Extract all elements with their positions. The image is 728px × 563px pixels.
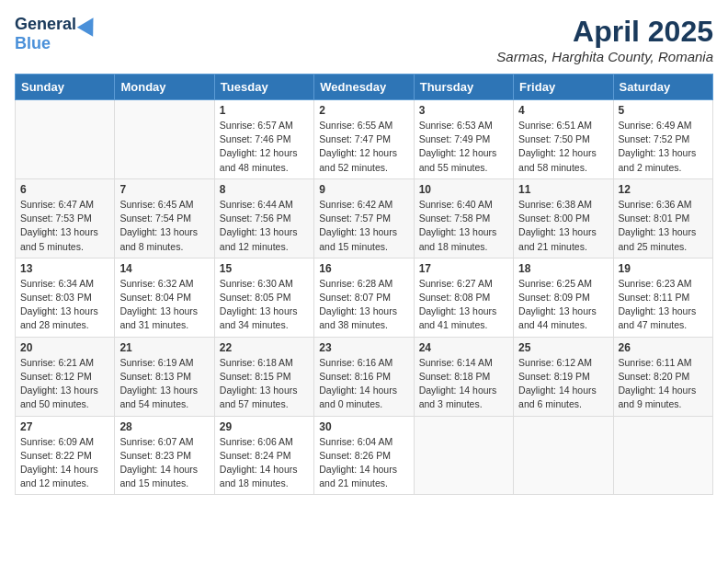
weekday-header-sunday: Sunday	[16, 75, 115, 100]
calendar-cell: 19Sunrise: 6:23 AMSunset: 8:11 PMDayligh…	[613, 258, 712, 337]
day-number: 12	[619, 183, 708, 196]
calendar-cell: 30Sunrise: 6:04 AMSunset: 8:26 PMDayligh…	[314, 416, 414, 495]
day-detail: Sunrise: 6:57 AMSunset: 7:46 PMDaylight:…	[220, 119, 309, 175]
day-detail: Sunrise: 6:38 AMSunset: 8:00 PMDaylight:…	[518, 198, 608, 254]
day-number: 9	[319, 183, 408, 196]
calendar-cell: 10Sunrise: 6:40 AMSunset: 7:58 PMDayligh…	[414, 178, 513, 258]
day-detail: Sunrise: 6:42 AMSunset: 7:57 PMDaylight:…	[319, 198, 408, 254]
calendar-cell: 2Sunrise: 6:55 AMSunset: 7:47 PMDaylight…	[314, 100, 414, 179]
day-detail: Sunrise: 6:25 AMSunset: 8:09 PMDaylight:…	[518, 277, 608, 333]
calendar-cell: 17Sunrise: 6:27 AMSunset: 8:08 PMDayligh…	[414, 258, 513, 337]
day-number: 6	[20, 183, 109, 196]
day-number: 22	[220, 341, 309, 354]
day-number: 4	[518, 104, 608, 117]
day-number: 20	[20, 341, 109, 354]
calendar-cell: 27Sunrise: 6:09 AMSunset: 8:22 PMDayligh…	[16, 416, 115, 495]
day-detail: Sunrise: 6:32 AMSunset: 8:04 PMDaylight:…	[119, 277, 209, 333]
weekday-header-tuesday: Tuesday	[214, 75, 313, 100]
day-detail: Sunrise: 6:19 AMSunset: 8:13 PMDaylight:…	[119, 356, 209, 412]
day-detail: Sunrise: 6:12 AMSunset: 8:19 PMDaylight:…	[518, 356, 608, 412]
logo: General Blue	[15, 15, 98, 53]
day-detail: Sunrise: 6:49 AMSunset: 7:52 PMDaylight:…	[619, 119, 708, 175]
weekday-header-saturday: Saturday	[613, 75, 712, 100]
weekday-header-row: SundayMondayTuesdayWednesdayThursdayFrid…	[16, 75, 713, 100]
calendar-cell: 16Sunrise: 6:28 AMSunset: 8:07 PMDayligh…	[314, 258, 414, 337]
day-number: 10	[419, 183, 508, 196]
day-detail: Sunrise: 6:21 AMSunset: 8:12 PMDaylight:…	[20, 356, 109, 412]
calendar-week-row: 6Sunrise: 6:47 AMSunset: 7:53 PMDaylight…	[16, 178, 713, 258]
title-block: April 2025 Sarmas, Harghita County, Roma…	[496, 15, 713, 64]
day-detail: Sunrise: 6:27 AMSunset: 8:08 PMDaylight:…	[419, 277, 508, 333]
day-number: 24	[419, 341, 508, 354]
calendar-cell: 14Sunrise: 6:32 AMSunset: 8:04 PMDayligh…	[115, 258, 214, 337]
day-detail: Sunrise: 6:14 AMSunset: 8:18 PMDaylight:…	[419, 356, 508, 412]
day-detail: Sunrise: 6:44 AMSunset: 7:56 PMDaylight:…	[220, 198, 309, 254]
calendar-week-row: 13Sunrise: 6:34 AMSunset: 8:03 PMDayligh…	[16, 258, 713, 337]
calendar-table: SundayMondayTuesdayWednesdayThursdayFrid…	[15, 74, 713, 495]
day-detail: Sunrise: 6:45 AMSunset: 7:54 PMDaylight:…	[119, 198, 209, 254]
day-number: 25	[518, 341, 608, 354]
calendar-cell	[613, 416, 712, 495]
day-number: 21	[119, 341, 209, 354]
day-detail: Sunrise: 6:34 AMSunset: 8:03 PMDaylight:…	[20, 277, 109, 333]
calendar-cell: 15Sunrise: 6:30 AMSunset: 8:05 PMDayligh…	[214, 258, 313, 337]
calendar-cell	[115, 100, 214, 179]
calendar-cell: 24Sunrise: 6:14 AMSunset: 8:18 PMDayligh…	[414, 337, 513, 416]
day-detail: Sunrise: 6:55 AMSunset: 7:47 PMDaylight:…	[319, 119, 408, 175]
calendar-cell: 4Sunrise: 6:51 AMSunset: 7:50 PMDaylight…	[514, 100, 613, 179]
day-detail: Sunrise: 6:06 AMSunset: 8:24 PMDaylight:…	[220, 435, 309, 491]
calendar-cell: 20Sunrise: 6:21 AMSunset: 8:12 PMDayligh…	[16, 337, 115, 416]
day-detail: Sunrise: 6:53 AMSunset: 7:49 PMDaylight:…	[419, 119, 508, 175]
day-detail: Sunrise: 6:51 AMSunset: 7:50 PMDaylight:…	[518, 119, 608, 175]
logo-icon	[77, 13, 101, 37]
location-subtitle: Sarmas, Harghita County, Romania	[496, 49, 713, 64]
day-number: 5	[619, 104, 708, 117]
calendar-cell: 6Sunrise: 6:47 AMSunset: 7:53 PMDaylight…	[16, 178, 115, 258]
calendar-cell: 9Sunrise: 6:42 AMSunset: 7:57 PMDaylight…	[314, 178, 414, 258]
day-detail: Sunrise: 6:11 AMSunset: 8:20 PMDaylight:…	[619, 356, 708, 412]
day-detail: Sunrise: 6:09 AMSunset: 8:22 PMDaylight:…	[20, 435, 109, 491]
calendar-week-row: 27Sunrise: 6:09 AMSunset: 8:22 PMDayligh…	[16, 416, 713, 495]
weekday-header-wednesday: Wednesday	[314, 75, 414, 100]
day-number: 13	[20, 262, 109, 275]
calendar-cell: 23Sunrise: 6:16 AMSunset: 8:16 PMDayligh…	[314, 337, 414, 416]
day-number: 18	[518, 262, 608, 275]
day-detail: Sunrise: 6:30 AMSunset: 8:05 PMDaylight:…	[220, 277, 309, 333]
calendar-cell	[514, 416, 613, 495]
page-header: General Blue April 2025 Sarmas, Harghita…	[15, 15, 713, 64]
calendar-cell: 8Sunrise: 6:44 AMSunset: 7:56 PMDaylight…	[214, 178, 313, 258]
calendar-cell: 21Sunrise: 6:19 AMSunset: 8:13 PMDayligh…	[115, 337, 214, 416]
day-number: 30	[319, 420, 408, 433]
day-number: 3	[419, 104, 508, 117]
calendar-cell	[414, 416, 513, 495]
day-number: 8	[220, 183, 309, 196]
calendar-cell: 1Sunrise: 6:57 AMSunset: 7:46 PMDaylight…	[214, 100, 313, 179]
day-number: 7	[119, 183, 209, 196]
calendar-cell: 18Sunrise: 6:25 AMSunset: 8:09 PMDayligh…	[514, 258, 613, 337]
calendar-week-row: 1Sunrise: 6:57 AMSunset: 7:46 PMDaylight…	[16, 100, 713, 179]
day-detail: Sunrise: 6:28 AMSunset: 8:07 PMDaylight:…	[319, 277, 408, 333]
weekday-header-friday: Friday	[514, 75, 613, 100]
calendar-week-row: 20Sunrise: 6:21 AMSunset: 8:12 PMDayligh…	[16, 337, 713, 416]
calendar-cell: 7Sunrise: 6:45 AMSunset: 7:54 PMDaylight…	[115, 178, 214, 258]
day-number: 19	[619, 262, 708, 275]
day-number: 1	[220, 104, 309, 117]
day-number: 29	[220, 420, 309, 433]
day-detail: Sunrise: 6:47 AMSunset: 7:53 PMDaylight:…	[20, 198, 109, 254]
calendar-cell	[16, 100, 115, 179]
logo-blue: Blue	[15, 34, 51, 53]
day-number: 17	[419, 262, 508, 275]
day-number: 28	[119, 420, 209, 433]
calendar-cell: 5Sunrise: 6:49 AMSunset: 7:52 PMDaylight…	[613, 100, 712, 179]
logo-general: General	[15, 15, 76, 34]
day-number: 23	[319, 341, 408, 354]
calendar-cell: 26Sunrise: 6:11 AMSunset: 8:20 PMDayligh…	[613, 337, 712, 416]
day-number: 27	[20, 420, 109, 433]
day-number: 16	[319, 262, 408, 275]
month-title: April 2025	[496, 15, 713, 49]
weekday-header-monday: Monday	[115, 75, 214, 100]
day-detail: Sunrise: 6:23 AMSunset: 8:11 PMDaylight:…	[619, 277, 708, 333]
day-number: 11	[518, 183, 608, 196]
day-detail: Sunrise: 6:16 AMSunset: 8:16 PMDaylight:…	[319, 356, 408, 412]
calendar-cell: 25Sunrise: 6:12 AMSunset: 8:19 PMDayligh…	[514, 337, 613, 416]
